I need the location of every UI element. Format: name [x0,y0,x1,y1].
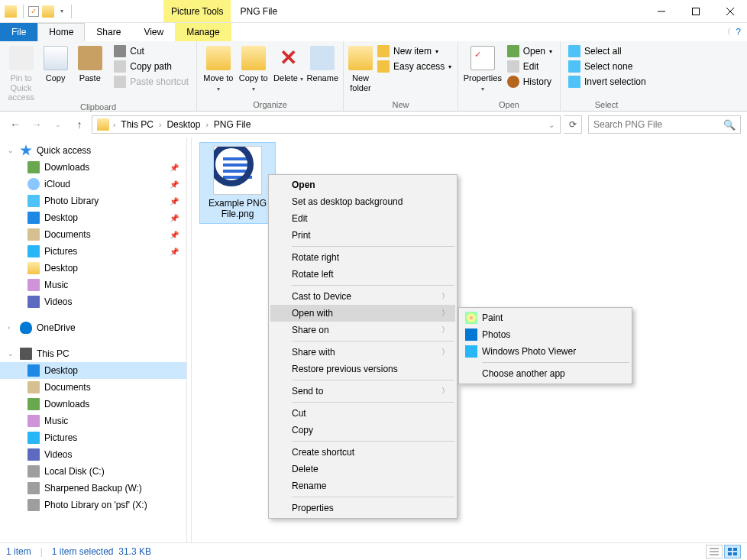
copy-button[interactable]: Copy [39,44,72,83]
close-button[interactable] [713,0,747,23]
navigation-pane[interactable]: ⌄Quick access Downloads📌 iCloud📌 Photo L… [0,138,187,542]
breadcrumb-segment[interactable]: This PC [118,116,157,133]
tree-item[interactable]: Videos [0,293,186,310]
submenu-paint[interactable]: Paint [461,309,630,326]
ctx-delete[interactable]: Delete [270,461,455,477]
new-item-button[interactable]: New item ▾ [374,44,454,58]
ctx-set-background[interactable]: Set as desktop background [270,193,455,210]
tab-view[interactable]: View [132,23,175,41]
tree-quick-access[interactable]: ⌄Quick access [0,142,186,159]
ctx-open[interactable]: Open [270,176,455,193]
tree-onedrive[interactable]: ›OneDrive [0,319,186,336]
copy-to-button[interactable]: Copy to ▾ [237,44,270,92]
tree-item[interactable]: Photo Library on 'psf' (X:) [0,497,186,513]
contextual-tab-label: Picture Tools [163,0,231,22]
paste-shortcut-button[interactable]: Paste shortcut [111,75,192,89]
cut-button[interactable]: Cut [111,44,192,58]
tree-item[interactable]: Desktop📌 [0,209,186,226]
file-item[interactable]: Example PNG File.png [199,142,276,224]
move-to-button[interactable]: Move to ▾ [202,44,235,92]
ctx-send-to[interactable]: Send to〉 [270,383,455,400]
forward-button[interactable]: → [27,115,46,134]
tab-manage[interactable]: Manage [175,23,231,41]
ctx-restore-versions[interactable]: Restore previous versions [270,361,455,377]
tree-item[interactable]: Downloads [0,396,186,413]
properties-button[interactable]: ✓Properties ▾ [463,44,503,92]
ctx-cut[interactable]: Cut [270,405,455,422]
tab-file[interactable]: File [0,23,37,41]
tree-item[interactable]: Downloads📌 [0,159,186,176]
tree-item[interactable]: Local Disk (C:) [0,463,186,480]
tree-item[interactable]: Documents📌 [0,226,186,243]
edit-button[interactable]: Edit [504,60,555,73]
up-button[interactable]: ↑ [70,115,89,134]
collapse-ribbon-icon[interactable]: 〈 [723,27,731,37]
tree-item[interactable]: Photo Library📌 [0,193,186,209]
search-icon[interactable]: 🔍 [723,119,736,131]
tree-item[interactable]: Pictures📌 [0,243,186,260]
ctx-rename[interactable]: Rename [270,477,455,494]
chevron-down-icon[interactable]: ⌄ [546,121,557,129]
submenu-photo-viewer[interactable]: Windows Photo Viewer [461,343,630,360]
videos-icon [27,448,40,461]
ctx-share-on[interactable]: Share on〉 [270,322,455,338]
ctx-copy[interactable]: Copy [270,422,455,439]
chevron-right-icon[interactable]: › [157,121,163,129]
open-button[interactable]: Open ▾ [504,44,555,58]
tab-home[interactable]: Home [37,23,85,41]
details-view-button[interactable] [706,545,723,558]
easy-access-button[interactable]: Easy access ▾ [374,60,454,73]
maximize-button[interactable] [678,0,713,23]
search-box[interactable]: 🔍 [588,115,741,134]
rename-button[interactable]: Rename [306,44,338,83]
select-none-button[interactable]: Select none [565,60,649,73]
copy-path-button[interactable]: Copy path [111,60,192,73]
breadcrumb-segment[interactable]: Desktop [163,116,203,133]
tree-item[interactable]: iCloud📌 [0,176,186,193]
tree-item[interactable]: Desktop [0,260,186,277]
ctx-properties[interactable]: Properties [270,500,455,516]
pin-quick-access-button[interactable]: Pin to Quick access [5,44,37,102]
back-button[interactable]: ← [6,115,24,134]
breadcrumb-segment[interactable]: PNG File [211,116,254,133]
ctx-open-with[interactable]: Open with〉 [270,305,455,322]
chevron-right-icon[interactable]: › [111,121,118,129]
tree-this-pc[interactable]: ⌄This PC [0,345,186,362]
submenu-photos[interactable]: Photos [461,326,630,343]
help-icon[interactable]: ? [736,27,741,37]
pane-resizer[interactable] [187,138,195,542]
icons-view-button[interactable] [724,545,741,558]
ctx-share-with[interactable]: Share with〉 [270,344,455,361]
ctx-create-shortcut[interactable]: Create shortcut [270,444,455,461]
tree-item[interactable]: Music [0,413,186,429]
ctx-rotate-left[interactable]: Rotate left [270,266,455,283]
search-input[interactable] [593,119,720,130]
paste-button[interactable]: Paste [73,44,106,83]
tree-item[interactable]: Desktop [0,362,186,379]
tree-item[interactable]: Sharpened Backup (W:) [0,480,186,497]
chevron-right-icon[interactable]: › [203,121,210,129]
new-folder-button[interactable]: New folder [348,44,373,92]
submenu-choose-app[interactable]: Choose another app [461,365,630,382]
music-icon [27,415,40,427]
delete-button[interactable]: ✕Delete ▾ [272,44,306,83]
chevron-down-icon[interactable]: ▾ [57,8,66,15]
recent-dropdown[interactable]: ⌄ [49,115,67,134]
tree-item[interactable]: Pictures [0,429,186,446]
ctx-edit[interactable]: Edit [270,210,455,227]
tab-share[interactable]: Share [85,23,132,41]
select-all-button[interactable]: Select all [565,44,649,58]
invert-selection-button[interactable]: Invert selection [565,75,649,89]
ctx-rotate-right[interactable]: Rotate right [270,249,455,266]
history-button[interactable]: History [504,75,555,89]
ctx-cast[interactable]: Cast to Device〉 [270,288,455,305]
tree-item[interactable]: Videos [0,446,186,463]
svg-rect-8 [733,548,737,551]
address-bar[interactable]: › This PC › Desktop › PNG File ⌄ [92,115,561,134]
ctx-print[interactable]: Print [270,227,455,244]
qat-checkbox[interactable]: ✓ [28,6,39,17]
refresh-button[interactable]: ⟳ [564,115,582,134]
tree-item[interactable]: Documents [0,379,186,396]
minimize-button[interactable] [644,0,678,23]
tree-item[interactable]: Music [0,277,186,293]
